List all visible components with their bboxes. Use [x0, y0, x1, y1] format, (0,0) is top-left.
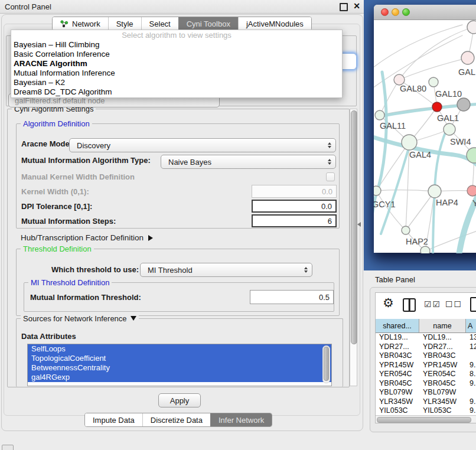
document-icon[interactable]: [470, 297, 476, 312]
table-row[interactable]: YLR345WYLR345W9.: [376, 397, 476, 407]
column-header-name[interactable]: name: [419, 319, 466, 332]
table-row[interactable]: YPR145WYPR145W9.: [376, 361, 476, 370]
close-icon[interactable]: ✕: [353, 1, 360, 11]
network-node[interactable]: [467, 21, 476, 34]
which-threshold-combo[interactable]: MI Threshold: [140, 263, 312, 277]
subtab-infer-network[interactable]: Infer Network: [210, 413, 272, 426]
subtab-label: Discretize Data: [151, 416, 203, 425]
table-cell: YIL053C: [419, 406, 466, 415]
algorithm-option-aracne-algorithm[interactable]: ARACNE Algorithm: [11, 59, 342, 69]
list-scrollbar-thumb[interactable]: [324, 347, 329, 381]
network-node[interactable]: [374, 186, 381, 195]
column-header-shared[interactable]: shared...: [376, 319, 419, 332]
algorithm-definition-group: Algorithm Definition Aracne Mode: Discov…: [16, 123, 340, 229]
network-node[interactable]: [432, 102, 442, 112]
table-cell: 12: [466, 343, 476, 352]
stepper-arrows-icon: [328, 159, 331, 165]
network-window-titlebar[interactable]: [374, 5, 476, 20]
network-node[interactable]: [428, 185, 441, 198]
network-edge[interactable]: [376, 191, 406, 230]
network-edge[interactable]: [376, 190, 435, 191]
network-node[interactable]: [457, 98, 470, 111]
table-row[interactable]: YIL053CYIL053C9.: [376, 406, 476, 415]
network-node[interactable]: [402, 135, 417, 150]
table-row[interactable]: YBR045CYBR045C9.: [376, 379, 476, 389]
algorithm-definition-legend: Algorithm Definition: [21, 119, 92, 128]
zoom-traffic-light[interactable]: [402, 8, 410, 16]
aracne-mode-combo[interactable]: Discovery: [69, 138, 336, 152]
threshold-definition-legend: Threshold Definition: [21, 244, 94, 253]
algorithm-option-bayesian-k2[interactable]: Bayesian – K2: [11, 78, 342, 87]
table-hscrollbar[interactable]: [376, 415, 476, 423]
mi-steps-field[interactable]: 6: [252, 214, 337, 227]
kernel-width-value: 0.0: [322, 187, 332, 196]
table-row[interactable]: YDR27...YDR27...12: [376, 343, 476, 352]
mi-type-combo[interactable]: Naive Bayes: [161, 155, 336, 169]
column-header-a[interactable]: A: [466, 319, 476, 332]
dpi-tolerance-field[interactable]: 0.0: [252, 200, 337, 213]
table-row[interactable]: YER054CYER054C8.: [376, 370, 476, 379]
network-node-label-gal4: GAL4: [409, 150, 431, 159]
attribute-item-betweennesscentrality[interactable]: BetweennessCentrality: [28, 363, 331, 373]
float-icon[interactable]: [340, 3, 348, 11]
attribute-item-selfloops[interactable]: SelfLoops: [28, 344, 331, 354]
table-cell: YIL053C: [376, 406, 419, 415]
subtab-discretize-data[interactable]: Discretize Data: [142, 413, 210, 426]
close-traffic-light[interactable]: [381, 8, 389, 16]
table-cell: YLR345W: [419, 397, 466, 407]
tab-select[interactable]: Select: [141, 17, 178, 30]
partial-button-bottom-left[interactable]: [2, 445, 14, 450]
algorithm-option-dream8-dc-tdc-algorithm[interactable]: Dream8 DC_TDC Algorithm: [11, 87, 342, 97]
table-cell: 8.: [466, 370, 476, 379]
control-panel-title: Control Panel: [5, 2, 51, 11]
network-edge[interactable]: [406, 191, 435, 230]
network-canvas[interactable]: GALGAL80GAL10GAL1GAL11SWI4GAL4GCY1HAP4YH…: [374, 20, 476, 253]
table-cell: YER054C: [376, 370, 419, 379]
hub-definition-expander[interactable]: Hub/Transcription Factor Definition: [21, 233, 153, 242]
network-node[interactable]: [467, 185, 476, 196]
stepper-arrows-icon: [304, 267, 308, 273]
algorithm-option-bayesian-hill-climbing[interactable]: Bayesian – Hill Climbing: [11, 40, 342, 50]
apply-button[interactable]: Apply: [158, 393, 201, 407]
sources-legend[interactable]: Sources for Network Inference: [21, 314, 139, 323]
tab-cyni-toolbox[interactable]: Cyni Toolbox: [178, 17, 238, 30]
network-node[interactable]: [461, 51, 474, 64]
attribute-item-topologicalcoefficient[interactable]: TopologicalCoefficient: [28, 354, 331, 363]
settings-scrollbar-thumb[interactable]: [351, 110, 357, 344]
algorithm-option-basic-correlation-inference[interactable]: Basic Correlation Inference: [11, 50, 342, 59]
tab-jactivemnodules[interactable]: jActiveMNodules: [238, 17, 311, 30]
table-cell: 13: [466, 333, 476, 343]
gear-icon[interactable]: ⚙: [383, 296, 394, 310]
table-row[interactable]: YBL079WYBL079W: [376, 388, 476, 397]
minimize-traffic-light[interactable]: [392, 8, 399, 16]
sources-legend-label: Sources for Network Inference: [23, 314, 127, 323]
subtab-impute-data[interactable]: Impute Data: [85, 413, 142, 426]
list-scrollbar[interactable]: [322, 345, 330, 383]
table-row[interactable]: YDL19...YDL19...13: [376, 333, 476, 343]
network-node[interactable]: [402, 226, 410, 234]
split-columns-icon[interactable]: [403, 298, 416, 312]
mi-threshold-label: Mutual Information Threshold:: [30, 293, 141, 302]
network-node[interactable]: [429, 77, 438, 87]
network-node[interactable]: [420, 246, 430, 253]
network-node-label-gal80: GAL80: [400, 84, 426, 93]
table-panel-title: Table Panel: [375, 275, 415, 284]
algorithm-popup-placeholder: Select algorithm to view settings: [11, 30, 342, 40]
tab-style[interactable]: Style: [108, 17, 141, 30]
mi-threshold-field[interactable]: 0.5: [250, 290, 334, 304]
table-rows: YDL19...YDL19...13YDR27...YDR27...12YBR0…: [376, 333, 476, 415]
table-hscrollbar-thumb[interactable]: [377, 417, 471, 423]
network-edge[interactable]: [399, 58, 468, 80]
table-cell: [466, 351, 476, 361]
network-node[interactable]: [444, 123, 455, 135]
kernel-width-label: Kernel Width (0,1):: [21, 187, 89, 196]
attribute-item-gal4rgexp[interactable]: gal4RGexp: [28, 373, 331, 382]
select-all-icon[interactable]: ☑☑: [424, 299, 441, 309]
table-row[interactable]: YBR043CYBR043C: [376, 351, 476, 361]
algorithm-option-mutual-information-inference[interactable]: Mutual Information Inference: [11, 69, 342, 78]
tab-network[interactable]: Network: [53, 17, 108, 30]
mi-steps-label: Mutual Information Steps:: [21, 217, 116, 226]
network-node[interactable]: [375, 110, 384, 120]
deselect-all-icon[interactable]: ☐☐: [445, 299, 462, 309]
settings-scrollbar[interactable]: [350, 109, 357, 386]
